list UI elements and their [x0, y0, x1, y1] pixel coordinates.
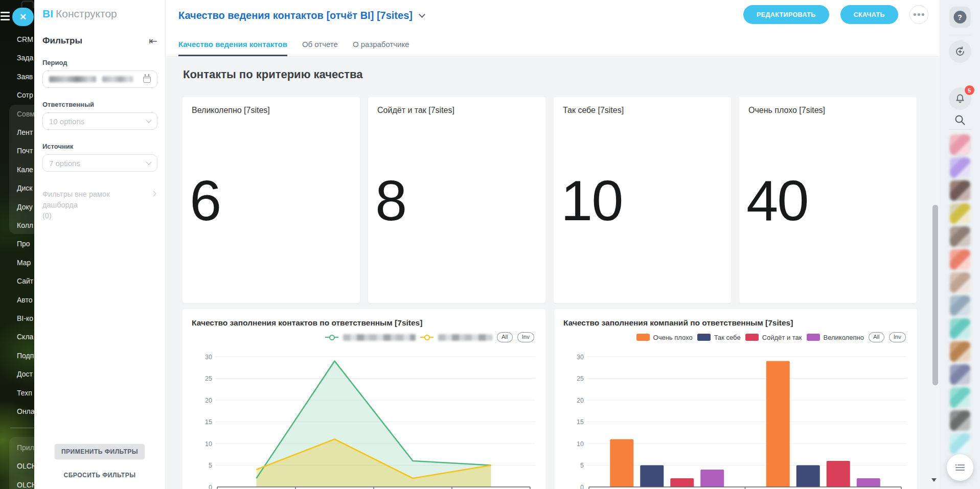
svg-text:20: 20 [577, 397, 584, 404]
recent-item-thumbnail-2[interactable] [950, 157, 970, 178]
recent-item-thumbnail-14[interactable] [950, 433, 970, 454]
sidebar-item-1[interactable]: CRM [17, 35, 33, 43]
more-options-button[interactable] [909, 5, 928, 24]
refresh-circle-icon [954, 45, 966, 58]
sidebar-item-5[interactable]: Совм [17, 110, 34, 118]
page-title: Качество ведения контактов [отчёт BI] [7… [178, 10, 413, 21]
bar-chart-legend: Очень плохоТак себеСойдёт и такВеликолеп… [563, 332, 908, 342]
bell-icon [954, 92, 966, 105]
redacted-series-name[interactable] [343, 334, 416, 341]
search-button[interactable] [953, 113, 967, 129]
sidebar-item-21[interactable]: Онла [17, 407, 34, 415]
edit-button[interactable]: РЕДАКТИРОВАТЬ [743, 5, 829, 24]
period-date-input[interactable] [42, 71, 157, 88]
tab-about-developer[interactable]: О разработчике [353, 40, 409, 56]
download-button[interactable]: СКАЧАТЬ [840, 5, 898, 24]
svg-text:0: 0 [580, 484, 584, 489]
quick-menu-button[interactable] [947, 454, 973, 481]
legend-item-1[interactable]: Очень плохо [636, 334, 693, 341]
legend-swatch [697, 334, 711, 341]
recent-item-thumbnail-5[interactable] [950, 226, 970, 247]
sidebar-item-18[interactable]: Подп [17, 352, 34, 360]
source-value: 7 options [49, 159, 80, 168]
scroll-down-arrow[interactable] [931, 478, 937, 482]
series-marker-green[interactable] [325, 335, 338, 340]
sidebar-item-9[interactable]: Диск [17, 184, 32, 192]
legend-inv-toggle[interactable]: Inv [517, 332, 534, 342]
sidebar-item-17[interactable]: Скла [17, 333, 33, 341]
kpi-row: Великолепно [7sites] 6 Сойдёт и так [7si… [183, 97, 917, 303]
recent-item-thumbnail-8[interactable] [950, 295, 970, 316]
recent-item-thumbnail-12[interactable] [950, 387, 970, 408]
legend-swatch [807, 334, 820, 341]
recent-item-thumbnail-7[interactable] [950, 272, 970, 293]
apply-filters-button[interactable]: ПРИМЕНИТЬ ФИЛЬТРЫ [55, 444, 145, 459]
filters-title: Фильтры [42, 36, 82, 46]
redacted-series-name[interactable] [438, 334, 492, 341]
svg-text:0: 0 [209, 484, 212, 489]
recent-item-thumbnail-6[interactable] [950, 249, 970, 270]
recent-item-thumbnail-1[interactable] [950, 134, 970, 155]
scrollbar-thumb[interactable] [932, 205, 938, 385]
sidebar-item-14[interactable]: Сайт [17, 277, 33, 285]
sidebar-item-6[interactable]: Лент [17, 128, 33, 136]
recent-item-thumbnail-10[interactable] [950, 341, 970, 362]
bitrix-sidebar: ✕ CRMЗадаЗаявСотрСовмЛентПочтКалеДискДок… [0, 0, 34, 489]
sidebar-item-3[interactable]: Заяв [17, 73, 33, 81]
kpi-value: 40 [746, 167, 808, 233]
sidebar-item-2[interactable]: Зада [17, 54, 33, 62]
legend-all-toggle[interactable]: All [497, 332, 513, 342]
sidebar-item-19[interactable]: Дост [17, 370, 33, 378]
chevron-down-icon [419, 11, 425, 18]
legend-label: Сойдёт и так [762, 334, 802, 341]
collapse-filters-icon[interactable]: ⇤ [149, 36, 157, 46]
svg-text:30: 30 [205, 354, 212, 361]
notifications-button[interactable]: 5 [949, 87, 971, 110]
sidebar-item-10[interactable]: Доку [17, 203, 33, 211]
section-title: Контакты по критерию качества [183, 68, 362, 81]
sidebar-item-12[interactable]: Про [17, 240, 30, 248]
report-title-dropdown[interactable]: Качество ведения контактов [отчёт BI] [7… [166, 0, 424, 31]
svg-text:15: 15 [205, 418, 212, 426]
main-area: Качество ведения контактов [отчёт BI] [7… [166, 0, 940, 489]
sidebar-item-22[interactable]: Прил [17, 444, 34, 452]
list-menu-icon [954, 463, 966, 472]
sidebar-item-24[interactable]: OLCH [17, 481, 34, 489]
series-marker-yellow[interactable] [420, 335, 434, 340]
legend-item-3[interactable]: Сойдёт и так [745, 334, 802, 341]
recent-item-thumbnail-9[interactable] [950, 318, 970, 339]
tab-quality[interactable]: Качество ведения контактов [178, 40, 287, 56]
sidebar-item-23[interactable]: OLCH [17, 462, 34, 470]
legend-inv-toggle[interactable]: Inv [889, 332, 906, 342]
recent-item-thumbnail-13[interactable] [950, 410, 970, 431]
kpi-title: Великолепно [7sites] [192, 106, 270, 115]
legend-item-2[interactable]: Так себе [697, 334, 741, 341]
report-tabs: Качество ведения контактов Об отчете О р… [178, 40, 409, 56]
activity-stream-button[interactable] [949, 40, 971, 63]
sidebar-item-8[interactable]: Кале [17, 166, 33, 174]
help-button[interactable]: ? [949, 7, 970, 28]
recent-item-thumbnail-3[interactable] [950, 180, 970, 201]
legend-all-toggle[interactable]: All [869, 332, 884, 342]
sidebar-item-4[interactable]: Сотр [17, 91, 33, 99]
legend-item-4[interactable]: Великолепно [807, 334, 864, 341]
sidebar-item-7[interactable]: Почт [17, 147, 33, 155]
kpi-value: 8 [375, 167, 406, 233]
divider [949, 129, 971, 130]
sidebar-item-16[interactable]: BI-ко [17, 314, 33, 322]
recent-item-thumbnail-11[interactable] [950, 364, 970, 385]
reset-filters-button[interactable]: СБРОСИТЬ ФИЛЬТРЫ [64, 472, 136, 479]
recent-item-thumbnail-4[interactable] [950, 203, 970, 224]
filters-panel: BIКонструктор Фильтры ⇤ Период Ответстве… [34, 0, 166, 489]
kpi-title: Сойдёт и так [7sites] [377, 106, 454, 115]
sidebar-item-13[interactable]: Мар [17, 259, 31, 267]
sidebar-item-15[interactable]: Авто [17, 296, 33, 304]
tab-about-report[interactable]: Об отчете [302, 40, 338, 56]
legend-label: Так себе [714, 334, 741, 341]
sidebar-item-11[interactable]: Колл [17, 221, 33, 229]
responsible-select[interactable]: 10 options [42, 112, 157, 130]
sidebar-item-20[interactable]: Техп [17, 389, 32, 397]
filters-outside-dashboard[interactable]: Фильтры вне рамок дашборда (0) [42, 189, 157, 221]
svg-text:5: 5 [580, 462, 584, 469]
source-select[interactable]: 7 options [42, 154, 157, 172]
